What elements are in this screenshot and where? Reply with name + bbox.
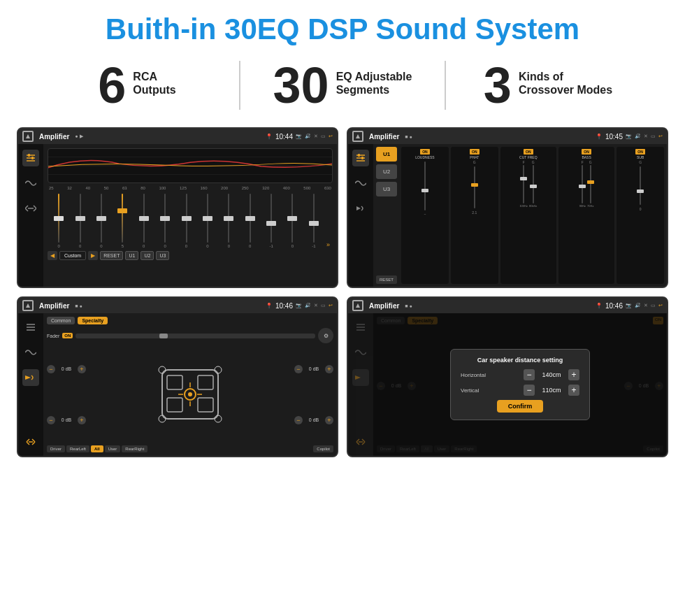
- screenshots-grid: Amplifier ● ▶ 📍 10:44 📷 🔊 ✕ ▭ ↩: [0, 123, 685, 471]
- eq-slider-2[interactable]: 0: [92, 192, 111, 248]
- pos-user[interactable]: User: [105, 445, 121, 452]
- dialog-horizontal-row: Horizontal − 140cm +: [461, 369, 579, 380]
- sidebar-icon-wave[interactable]: [22, 175, 39, 192]
- eq-slider-11[interactable]: 0: [282, 192, 302, 248]
- horizontal-plus-btn[interactable]: +: [568, 369, 579, 380]
- eq-slider-4[interactable]: 0: [134, 192, 154, 248]
- vertical-plus-btn[interactable]: +: [568, 385, 579, 396]
- svg-point-28: [215, 415, 222, 422]
- eq-slider-1[interactable]: 0: [70, 192, 89, 248]
- sidebar-eq: [18, 144, 43, 287]
- phat-on: ON: [470, 149, 480, 155]
- sidebar-icon-cross-vol[interactable]: [352, 200, 369, 217]
- stat-rca: 6 RCA Outputs: [42, 60, 232, 110]
- sidebar-icon-dialog-eq: [352, 319, 369, 336]
- sidebar-icon-dialog-arrows: [352, 434, 369, 450]
- preset-u3[interactable]: U3: [376, 182, 397, 196]
- svg-rect-19: [167, 375, 182, 389]
- vol-right-bot-minus[interactable]: −: [294, 416, 303, 424]
- sidebar-icon-fader-active[interactable]: [22, 369, 39, 386]
- status-bar-fader: Amplifier ■ ● 📍 10:46 📷 🔊 ✕ ▭ ↩: [18, 298, 337, 313]
- eq-slider-10[interactable]: -1: [261, 192, 281, 248]
- stat-number-rca: 6: [98, 60, 126, 110]
- svg-rect-3: [28, 154, 30, 157]
- horizontal-minus-btn[interactable]: −: [524, 369, 535, 380]
- dialog-title: Car speaker distance setting: [461, 357, 579, 364]
- cutfreq-on: ON: [524, 149, 533, 155]
- eq-next-btn[interactable]: ▶: [88, 251, 98, 260]
- sidebar-icon-eq-active[interactable]: [22, 150, 39, 166]
- vol-left-top-plus[interactable]: +: [78, 365, 86, 373]
- eq-u1-btn[interactable]: U1: [125, 251, 138, 260]
- bass-label: BASS: [582, 155, 591, 159]
- vol-left-bot-minus[interactable]: −: [47, 416, 55, 424]
- vol-left-top-minus[interactable]: −: [47, 365, 55, 373]
- eq-reset-btn[interactable]: RESET: [100, 251, 123, 260]
- sidebar-icon-fader-eq[interactable]: [22, 319, 39, 336]
- stat-label-rca-top: RCA: [133, 70, 175, 83]
- sidebar-icon-cross-wave[interactable]: [352, 175, 369, 192]
- home-icon-fader: [22, 300, 34, 311]
- svg-rect-13: [361, 157, 363, 159]
- vol-right-bot-plus[interactable]: +: [325, 416, 333, 424]
- sidebar-icon-cross-active[interactable]: [352, 150, 369, 166]
- main-area-crossover: U1 U2 U3 RESET ON LOUDNESS: [373, 144, 667, 287]
- pos-copilot[interactable]: Copilot: [313, 445, 333, 452]
- svg-rect-21: [167, 398, 182, 412]
- preset-u2[interactable]: U2: [376, 164, 397, 179]
- home-icon-crossover: [352, 131, 363, 142]
- vertical-value: 110cm: [538, 387, 565, 394]
- time-eq: 10:44: [275, 133, 293, 141]
- preset-u1[interactable]: U1: [376, 147, 397, 162]
- eq-sliders: 0 0 0 5 0: [48, 192, 333, 248]
- main-area-eq: 253240506380100125160200250320400500630 …: [43, 144, 337, 287]
- stat-divider-1: [239, 61, 240, 110]
- eq-slider-5[interactable]: 0: [155, 192, 175, 248]
- eq-prev-btn[interactable]: ◀: [48, 251, 57, 260]
- eq-slider-6[interactable]: 0: [176, 192, 196, 248]
- cross-reset-btn[interactable]: RESET: [376, 275, 397, 284]
- home-icon-dialog: [352, 300, 363, 311]
- status-bar-dialog: Amplifier ■ ● 📍 10:46 📷 🔊 ✕ ▭ ↩: [348, 298, 667, 313]
- tab-common[interactable]: Common: [47, 317, 75, 324]
- eq-u2-btn[interactable]: U2: [140, 251, 154, 260]
- vol-left-bot-value: 0 dB: [57, 417, 76, 422]
- tab-specialty[interactable]: Specialty: [78, 317, 108, 324]
- sidebar-icon-fader-wave[interactable]: [22, 344, 39, 361]
- screen-fader: Amplifier ■ ● 📍 10:46 📷 🔊 ✕ ▭ ↩: [17, 296, 338, 457]
- eq-u3-btn[interactable]: U3: [156, 251, 169, 260]
- horizontal-label: Horizontal: [461, 372, 486, 378]
- vertical-minus-btn[interactable]: −: [524, 385, 535, 396]
- eq-slider-8[interactable]: 0: [219, 192, 238, 248]
- eq-slider-3[interactable]: 5: [113, 192, 132, 248]
- fader-settings-btn[interactable]: ⚙: [318, 328, 333, 343]
- freq-labels: 253240506380100125160200250320400500630: [48, 186, 333, 190]
- screen-crossover: Amplifier ■ ● 📍 10:45 📷 🔊 ✕ ▭ ↩: [347, 127, 668, 288]
- eq-slider-12[interactable]: -1: [304, 192, 324, 248]
- eq-slider-0[interactable]: 0: [49, 192, 68, 248]
- pos-all[interactable]: All: [91, 445, 103, 452]
- eq-bottom: ◀ Custom ▶ RESET U1 U2 U3: [48, 251, 333, 260]
- screen-content-fader: Common Specialty Fader ON ⚙: [18, 313, 337, 456]
- vol-right-top-minus[interactable]: −: [294, 365, 303, 373]
- confirm-button[interactable]: Confirm: [497, 400, 544, 413]
- svg-rect-22: [198, 398, 213, 412]
- pos-rearleft[interactable]: RearLeft: [66, 445, 89, 452]
- vol-left-bot-plus[interactable]: +: [78, 416, 86, 424]
- screen-content-crossover: U1 U2 U3 RESET ON LOUDNESS: [348, 144, 667, 287]
- eq-slider-9[interactable]: 0: [240, 192, 260, 248]
- sidebar-icon-fader-arrows[interactable]: [22, 434, 39, 450]
- sidebar-icon-arrows[interactable]: [22, 200, 39, 217]
- stat-label-rca-bottom: Outputs: [133, 83, 175, 96]
- dialog-overlay: Car speaker distance setting Horizontal …: [373, 313, 667, 456]
- pos-driver[interactable]: Driver: [47, 445, 65, 452]
- loudness-label: LOUDNESS: [415, 155, 435, 159]
- stat-eq: 30 EQ Adjustable Segments: [247, 60, 438, 110]
- app-name-crossover: Amplifier: [369, 133, 399, 141]
- vol-right-bot-value: 0 dB: [304, 417, 324, 422]
- sidebar-dialog: [348, 313, 373, 456]
- vol-right-top-plus[interactable]: +: [325, 365, 333, 373]
- eq-slider-7[interactable]: 0: [198, 192, 217, 248]
- pos-rearright[interactable]: RearRight: [122, 445, 147, 452]
- stat-label-eq-top: EQ Adjustable: [336, 70, 412, 83]
